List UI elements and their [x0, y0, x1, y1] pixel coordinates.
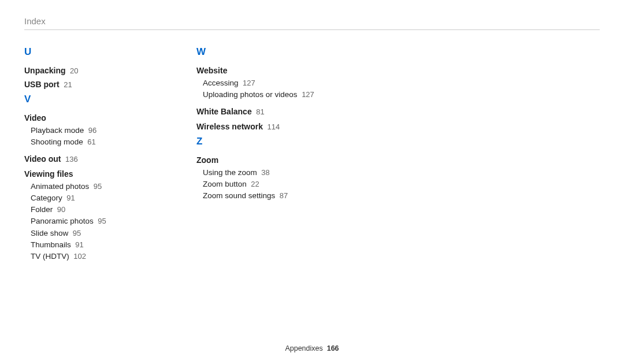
entry-wireless-network: Wireless network 114 — [196, 122, 324, 131]
sub-page: 95 — [98, 217, 106, 225]
entry-page-num: 136 — [65, 155, 78, 164]
sub-label: Thumbnails — [31, 240, 71, 249]
entry-label: Wireless network — [196, 122, 263, 131]
index-columns: U Unpacking 20 USB port 21 V Video Playb… — [24, 45, 600, 267]
entry-video-out: Video out 136 — [24, 154, 151, 164]
column-2: W Website Accessing 127 Uploading photos… — [196, 45, 324, 267]
entry-page-num: 81 — [256, 107, 264, 116]
entry-usb-port: USB port 21 — [24, 80, 151, 89]
entry-zoom: Zoom — [196, 155, 324, 165]
sub-label: Folder — [31, 205, 53, 214]
sub-accessing: Accessing 127 — [203, 77, 324, 89]
sub-thumbnails: Thumbnails 91 — [31, 239, 151, 251]
sub-panoramic-photos: Panoramic photos 95 — [31, 216, 151, 227]
letter-u: U — [24, 46, 151, 58]
entry-label: Unpacking — [24, 66, 66, 75]
sub-label: Zoom sound settings — [203, 191, 275, 200]
sub-page: 61 — [87, 138, 95, 146]
viewing-sublist: Animated photos 95 Category 91 Folder 90… — [31, 181, 151, 263]
sub-page: 95 — [94, 182, 102, 191]
entry-unpacking: Unpacking 20 — [24, 66, 151, 75]
column-1: U Unpacking 20 USB port 21 V Video Playb… — [24, 45, 151, 267]
sub-uploading: Uploading photos or videos 127 — [203, 89, 324, 101]
sub-using-the-zoom: Using the zoom 38 — [203, 167, 324, 179]
sub-label: Animated photos — [31, 182, 89, 191]
entry-label: White Balance — [196, 107, 252, 116]
entry-page-num: 21 — [64, 80, 72, 89]
website-sublist: Accessing 127 Uploading photos or videos… — [203, 77, 324, 101]
sub-label: TV (HDTV) — [31, 252, 69, 261]
sub-label: Shooting mode — [31, 138, 83, 146]
footer-page-number: 166 — [327, 344, 339, 352]
sub-folder: Folder 90 — [31, 204, 151, 216]
sub-page: 22 — [251, 180, 259, 188]
entry-page-num: 114 — [268, 122, 280, 131]
sub-playback-mode: Playback mode 96 — [31, 125, 151, 136]
video-sublist: Playback mode 96 Shooting mode 61 — [31, 125, 151, 148]
sub-label: Panoramic photos — [31, 217, 94, 225]
entry-label: USB port — [24, 80, 60, 89]
sub-label: Zoom button — [203, 180, 247, 188]
entry-video: Video — [24, 113, 151, 122]
sub-label: Accessing — [203, 79, 239, 87]
entry-label: Video out — [24, 154, 61, 164]
sub-page: 127 — [302, 90, 314, 99]
sub-label: Playback mode — [31, 126, 84, 135]
letter-z: Z — [196, 136, 324, 147]
sub-shooting-mode: Shooting mode 61 — [31, 136, 151, 148]
sub-page: 96 — [88, 126, 96, 135]
sub-tv-hdtv: TV (HDTV) 102 — [31, 251, 151, 262]
sub-label: Slide show — [31, 229, 68, 237]
entry-white-balance: White Balance 81 — [196, 107, 324, 116]
sub-animated-photos: Animated photos 95 — [31, 181, 151, 192]
entry-page-num: 20 — [70, 66, 78, 75]
letter-w: W — [196, 46, 324, 58]
entry-viewing-files: Viewing files — [24, 169, 151, 179]
sub-page: 87 — [280, 191, 288, 200]
sub-page: 91 — [66, 194, 75, 202]
sub-page: 91 — [75, 240, 83, 249]
sub-page: 38 — [261, 168, 269, 177]
sub-category: Category 91 — [31, 192, 151, 204]
page-header: Index — [24, 16, 600, 30]
zoom-sublist: Using the zoom 38 Zoom button 22 Zoom so… — [203, 167, 324, 202]
footer-section: Appendixes — [285, 344, 322, 352]
page-footer: Appendixes 166 — [0, 344, 624, 352]
sub-label: Uploading photos or videos — [203, 90, 298, 99]
sub-page: 90 — [57, 205, 65, 214]
sub-zoom-sound-settings: Zoom sound settings 87 — [203, 190, 324, 202]
sub-page: 102 — [73, 252, 86, 261]
entry-website: Website — [196, 66, 324, 75]
sub-label: Using the zoom — [203, 168, 257, 177]
sub-slide-show: Slide show 95 — [31, 228, 151, 239]
header-title: Index — [24, 16, 600, 26]
sub-label: Category — [31, 194, 62, 202]
sub-page: 127 — [243, 79, 255, 87]
letter-v: V — [24, 94, 151, 105]
sub-zoom-button: Zoom button 22 — [203, 179, 324, 190]
sub-page: 95 — [73, 229, 81, 237]
